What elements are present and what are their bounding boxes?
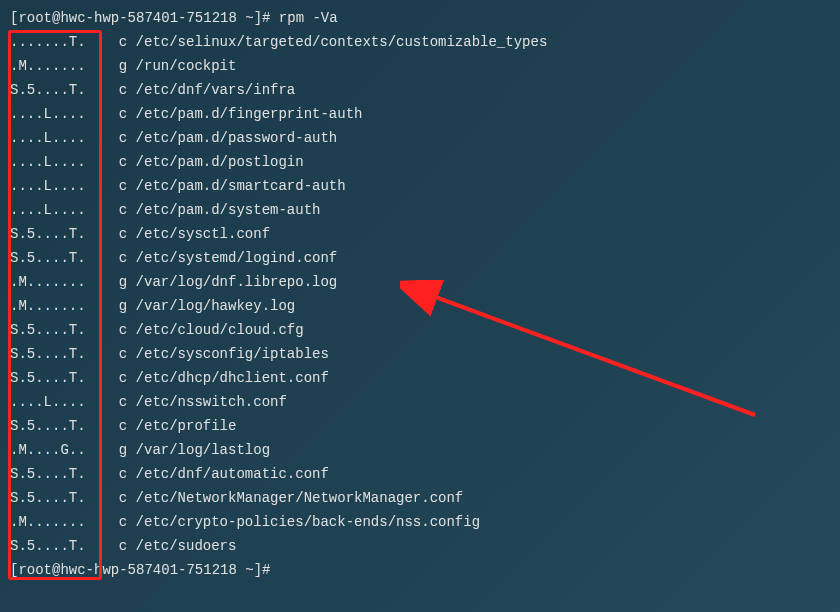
rpm-flags: .M....... [10, 54, 102, 78]
rpm-type: g [102, 54, 136, 78]
rpm-path: /etc/pam.d/postlogin [136, 150, 304, 174]
output-line: ....L.... c /etc/pam.d/smartcard-auth [10, 174, 830, 198]
rpm-path: /etc/profile [136, 414, 237, 438]
rpm-flags: .M....... [10, 294, 102, 318]
rpm-flags: S.5....T. [10, 246, 102, 270]
rpm-flags: ....L.... [10, 126, 102, 150]
rpm-flags: S.5....T. [10, 318, 102, 342]
output-line: ....L.... c /etc/pam.d/system-auth [10, 198, 830, 222]
rpm-flags: .M....G.. [10, 438, 102, 462]
output-line: ....L.... c /etc/pam.d/fingerprint-auth [10, 102, 830, 126]
rpm-type: c [102, 510, 136, 534]
rpm-flags: S.5....T. [10, 222, 102, 246]
output-line: S.5....T. c /etc/sysconfig/iptables [10, 342, 830, 366]
rpm-path: /etc/dnf/automatic.conf [136, 462, 329, 486]
output-line: S.5....T. c /etc/NetworkManager/NetworkM… [10, 486, 830, 510]
output-line: .M....... g /run/cockpit [10, 54, 830, 78]
rpm-flags: S.5....T. [10, 462, 102, 486]
rpm-flags: ....L.... [10, 174, 102, 198]
rpm-type: c [102, 30, 136, 54]
rpm-path: /etc/nsswitch.conf [136, 390, 287, 414]
rpm-type: c [102, 366, 136, 390]
rpm-path: /etc/sysctl.conf [136, 222, 270, 246]
prompt-text: [root@hwc-hwp-587401-751218 ~]# rpm -Va [10, 6, 338, 30]
output-line: S.5....T. c /etc/sudoers [10, 534, 830, 558]
rpm-flags: .M....... [10, 270, 102, 294]
rpm-type: c [102, 198, 136, 222]
output-line: .M....G.. g /var/log/lastlog [10, 438, 830, 462]
rpm-flags: S.5....T. [10, 414, 102, 438]
rpm-type: c [102, 390, 136, 414]
rpm-type: c [102, 174, 136, 198]
rpm-type: c [102, 534, 136, 558]
rpm-type: c [102, 342, 136, 366]
rpm-type: c [102, 78, 136, 102]
rpm-path: /etc/sysconfig/iptables [136, 342, 329, 366]
rpm-type: g [102, 294, 136, 318]
rpm-type: c [102, 126, 136, 150]
rpm-path: /var/log/dnf.librepo.log [136, 270, 338, 294]
output-line: ....L.... c /etc/nsswitch.conf [10, 390, 830, 414]
output-line: S.5....T. c /etc/cloud/cloud.cfg [10, 318, 830, 342]
rpm-flags: ....L.... [10, 390, 102, 414]
rpm-type: c [102, 246, 136, 270]
rpm-path: /var/log/hawkey.log [136, 294, 296, 318]
rpm-path: /etc/sudoers [136, 534, 237, 558]
rpm-path: /etc/cloud/cloud.cfg [136, 318, 304, 342]
rpm-path: /etc/selinux/targeted/contexts/customiza… [136, 30, 548, 54]
output-line: .M....... c /etc/crypto-policies/back-en… [10, 510, 830, 534]
rpm-type: c [102, 102, 136, 126]
rpm-flags: ....L.... [10, 198, 102, 222]
output-line: S.5....T. c /etc/dhcp/dhclient.conf [10, 366, 830, 390]
rpm-flags: S.5....T. [10, 366, 102, 390]
output-line: S.5....T. c /etc/systemd/logind.conf [10, 246, 830, 270]
rpm-flags: S.5....T. [10, 78, 102, 102]
output-line: .......T. c /etc/selinux/targeted/contex… [10, 30, 830, 54]
output-line: ....L.... c /etc/pam.d/password-auth [10, 126, 830, 150]
rpm-flags: .M....... [10, 510, 102, 534]
output-container: .......T. c /etc/selinux/targeted/contex… [10, 30, 830, 558]
prompt-line-2[interactable]: [root@hwc-hwp-587401-751218 ~]# [10, 558, 830, 582]
rpm-flags: S.5....T. [10, 342, 102, 366]
rpm-type: c [102, 318, 136, 342]
rpm-path: /etc/pam.d/system-auth [136, 198, 321, 222]
rpm-flags: S.5....T. [10, 486, 102, 510]
rpm-path: /etc/NetworkManager/NetworkManager.conf [136, 486, 464, 510]
output-line: .M....... g /var/log/dnf.librepo.log [10, 270, 830, 294]
rpm-flags: S.5....T. [10, 534, 102, 558]
rpm-path: /run/cockpit [136, 54, 237, 78]
rpm-type: c [102, 486, 136, 510]
output-line: .M....... g /var/log/hawkey.log [10, 294, 830, 318]
output-line: S.5....T. c /etc/dnf/vars/infra [10, 78, 830, 102]
output-line: S.5....T. c /etc/dnf/automatic.conf [10, 462, 830, 486]
rpm-path: /var/log/lastlog [136, 438, 270, 462]
rpm-path: /etc/pam.d/fingerprint-auth [136, 102, 363, 126]
rpm-path: /etc/dhcp/dhclient.conf [136, 366, 329, 390]
output-line: ....L.... c /etc/pam.d/postlogin [10, 150, 830, 174]
output-line: S.5....T. c /etc/sysctl.conf [10, 222, 830, 246]
rpm-path: /etc/crypto-policies/back-ends/nss.confi… [136, 510, 480, 534]
rpm-type: g [102, 270, 136, 294]
prompt-line-1[interactable]: [root@hwc-hwp-587401-751218 ~]# rpm -Va [10, 6, 830, 30]
rpm-type: c [102, 414, 136, 438]
rpm-type: c [102, 150, 136, 174]
rpm-path: /etc/pam.d/smartcard-auth [136, 174, 346, 198]
rpm-path: /etc/systemd/logind.conf [136, 246, 338, 270]
rpm-type: c [102, 462, 136, 486]
rpm-flags: ....L.... [10, 150, 102, 174]
output-line: S.5....T. c /etc/profile [10, 414, 830, 438]
rpm-path: /etc/pam.d/password-auth [136, 126, 338, 150]
rpm-flags: ....L.... [10, 102, 102, 126]
rpm-type: g [102, 438, 136, 462]
prompt-text: [root@hwc-hwp-587401-751218 ~]# [10, 558, 279, 582]
rpm-type: c [102, 222, 136, 246]
rpm-flags: .......T. [10, 30, 102, 54]
rpm-path: /etc/dnf/vars/infra [136, 78, 296, 102]
